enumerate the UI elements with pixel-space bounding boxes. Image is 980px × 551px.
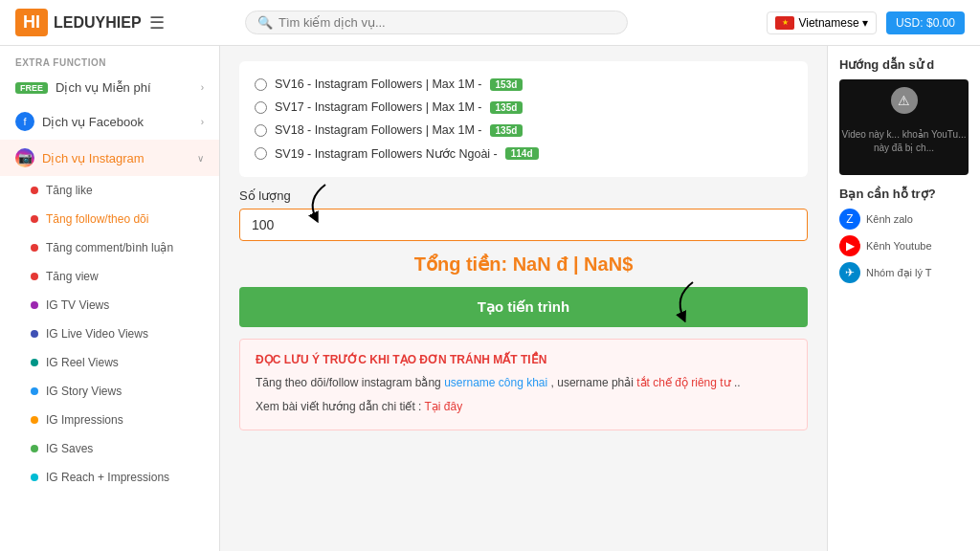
service-row-sv16: SV16 - Instagram Followers | Max 1M - 15… [255,73,792,96]
note-line2: Xem bài viết hướng dẫn chi tiết : Tại đâ… [256,398,791,416]
service-badge-sv16: 153d [490,78,523,91]
instagram-icon: 📷 [15,148,34,167]
navbar-right: ★ Vietnamese ▾ USD: $0.00 [767,11,965,34]
chevron-right-icon-fb: › [201,117,204,127]
instagram-submenu: Tăng like Tăng follow/theo dõi Tăng comm… [0,176,219,492]
create-button-wrap: Tạo tiến trình [239,287,808,327]
service-radio-sv17[interactable] [255,101,267,114]
quantity-label: Số lượng [239,188,808,203]
sub-label-ig-live: IG Live Video Views [46,327,148,341]
sub-item-tang-view[interactable]: Tăng view [8,262,219,291]
dot-icon-tang-view [31,273,38,280]
right-panel: Hướng dẫn sử d ⚠ Video này k... khoản Yo… [827,46,980,551]
sub-item-ig-saves[interactable]: IG Saves [8,434,219,463]
service-row-sv19: SV19 - Instagram Followers Nước Ngoài - … [255,142,792,165]
logo-icon: HI [15,9,48,36]
extra-function-label: EXTRA FUNCTION [0,46,219,72]
note-line1-pre: Tăng theo dõi/follow instagram bằng [256,376,444,389]
sub-label-ig-tv: IG TV Views [46,298,109,312]
total-price: Tổng tiền: NaN đ | NaN$ [239,253,808,276]
sub-label-tang-follow: Tăng follow/theo dõi [46,212,148,226]
search-icon: 🔍 [257,15,273,30]
support-section: Bạn cần hỗ trợ? Z Kênh zalo ▶ Kênh Youtu… [839,187,969,283]
sub-label-tang-comment: Tăng comment/bình luận [46,241,173,254]
note-username-highlight: username công khai [444,376,547,389]
guide-title: Hướng dẫn sử d [839,57,969,72]
language-label: Vietnamese ▾ [798,16,868,30]
sub-item-ig-impressions[interactable]: IG Impressions [8,406,219,434]
sub-label-ig-reach: IG Reach + Impressions [46,471,169,484]
sub-label-tang-like: Tăng like [46,184,93,197]
main-content: SV16 - Instagram Followers | Max 1M - 15… [220,46,827,551]
sub-item-ig-reel[interactable]: IG Reel Views [8,348,219,377]
logo-area: HI LEDUYHIEP ☰ [15,9,226,36]
support-zalo-label: Kênh zalo [866,213,913,225]
service-radio-sv19[interactable] [255,147,267,160]
sub-label-ig-story: IG Story Views [46,385,122,398]
flag-vn: ★ [775,16,794,30]
quantity-input-wrap [239,209,808,241]
dot-icon-ig-reel [31,359,38,366]
sub-label-tang-view: Tăng view [46,270,99,283]
main-layout: EXTRA FUNCTION FREE Dịch vụ Miễn phí › f… [0,46,980,551]
quantity-input[interactable] [239,209,808,241]
free-badge: FREE [15,82,48,94]
dot-icon-ig-tv [31,301,38,309]
service-label-sv18: SV18 - Instagram Followers | Max 1M - [275,123,482,137]
hamburger-icon[interactable]: ☰ [149,12,165,33]
note-private-highlight: tắt chế độ riêng tư [636,376,730,389]
sub-item-tang-like[interactable]: Tăng like [8,176,219,205]
dot-icon-ig-story [31,387,38,395]
sidebar-free-label: Dịch vụ Miễn phí [56,80,150,95]
support-item-telegram[interactable]: ✈ Nhóm đại lý T [839,262,969,283]
balance-button[interactable]: USD: $0.00 [886,11,965,34]
support-item-youtube[interactable]: ▶ Kênh Youtube [839,235,969,256]
dot-icon-tang-comment [31,244,38,252]
sidebar-item-facebook[interactable]: f Dịch vụ Facebook › [0,103,219,140]
service-row-sv17: SV17 - Instagram Followers | Max 1M - 13… [255,96,792,119]
note-section: ĐỌC LƯU Ý TRƯỚC KHI TẠO ĐƠN TRÁNH MẤT TI… [239,339,808,430]
service-radio-sv18[interactable] [255,124,267,137]
note-line2-pre: Xem bài viết hướng dẫn chi tiết : [256,400,425,413]
service-badge-sv19: 114d [505,147,539,160]
support-item-zalo[interactable]: Z Kênh zalo [839,209,969,230]
sidebar-item-free[interactable]: FREE Dịch vụ Miễn phí › [0,72,219,103]
create-order-button[interactable]: Tạo tiến trình [239,287,808,327]
video-placeholder[interactable]: ⚠ Video này k... khoản YouTu... này đã b… [839,79,969,175]
search-bar[interactable]: 🔍 [245,11,628,34]
support-title: Bạn cần hỗ trợ? [839,187,969,201]
service-row-sv18: SV18 - Instagram Followers | Max 1M - 13… [255,119,792,142]
zalo-icon: Z [839,209,860,230]
service-label-sv19: SV19 - Instagram Followers Nước Ngoài - [275,146,498,161]
support-youtube-label: Kênh Youtube [866,240,932,252]
chevron-right-icon: › [201,82,204,93]
service-label-sv16: SV16 - Instagram Followers | Max 1M - [275,77,482,91]
sub-item-ig-tv[interactable]: IG TV Views [8,291,219,320]
service-badge-sv18: 135d [490,124,523,137]
sub-item-ig-reach[interactable]: IG Reach + Impressions [8,463,219,492]
sidebar-facebook-label: Dịch vụ Facebook [42,115,144,129]
total-value: NaN đ | NaN$ [513,253,634,275]
sub-item-tang-comment[interactable]: Tăng comment/bình luận [8,233,219,262]
sidebar-item-instagram[interactable]: 📷 Dịch vụ Instagram ∨ [0,140,219,176]
sub-item-tang-follow[interactable]: Tăng follow/theo dõi [8,205,219,233]
note-box: ĐỌC LƯU Ý TRƯỚC KHI TẠO ĐƠN TRÁNH MẤT TI… [239,339,808,430]
navbar: HI LEDUYHIEP ☰ 🔍 ★ Vietnamese ▾ USD: $0.… [0,0,980,46]
sub-label-ig-reel: IG Reel Views [46,356,119,369]
language-selector[interactable]: ★ Vietnamese ▾ [767,11,877,34]
support-telegram-label: Nhóm đại lý T [866,267,932,279]
service-label-sv17: SV17 - Instagram Followers | Max 1M - [275,100,482,114]
youtube-icon: ▶ [839,235,860,256]
search-input[interactable] [278,15,615,30]
sub-item-ig-story[interactable]: IG Story Views [8,377,219,406]
dot-icon-tang-like [31,187,38,194]
quantity-section: Số lượng [239,188,808,241]
video-blocked-icon: ⚠ [891,87,918,114]
sub-item-ig-live[interactable]: IG Live Video Views [8,320,219,348]
service-radio-sv16[interactable] [255,78,267,91]
facebook-icon: f [15,112,34,131]
dot-icon-tang-follow [31,215,38,223]
sub-label-ig-saves: IG Saves [46,442,93,455]
note-link[interactable]: Tại đây [425,400,463,413]
telegram-icon: ✈ [839,262,860,283]
